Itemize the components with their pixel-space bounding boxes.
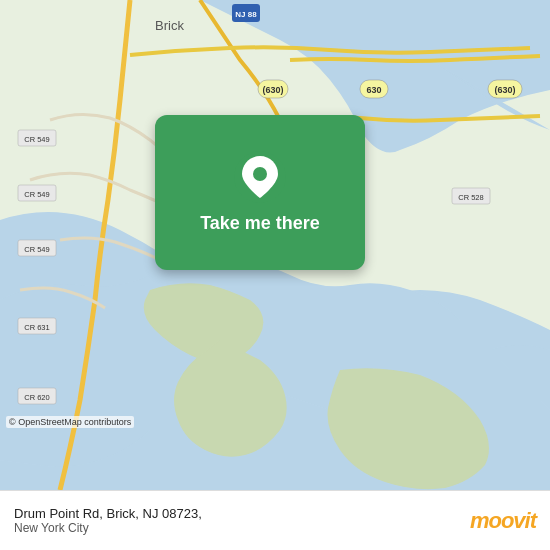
bottom-bar: Drum Point Rd, Brick, NJ 08723, New York…	[0, 490, 550, 550]
osm-attribution: © OpenStreetMap contributors	[6, 416, 134, 428]
svg-point-22	[253, 167, 267, 181]
svg-text:(630): (630)	[262, 85, 283, 95]
svg-text:CR 549: CR 549	[24, 135, 49, 144]
address-line: Drum Point Rd, Brick, NJ 08723,	[14, 506, 202, 521]
moovit-text: moovit	[470, 508, 536, 534]
location-pin-icon	[234, 151, 286, 203]
svg-text:CR 620: CR 620	[24, 393, 49, 402]
card-overlay: Take me there	[155, 115, 365, 270]
take-me-there-button[interactable]: Take me there	[200, 213, 320, 234]
map-container: NJ 88 (630) 630 (630) CR 549 CR 549 CR 5…	[0, 0, 550, 490]
svg-text:(630): (630)	[494, 85, 515, 95]
svg-text:NJ 88: NJ 88	[235, 10, 257, 19]
svg-text:630: 630	[366, 85, 381, 95]
svg-text:CR 631: CR 631	[24, 323, 49, 332]
address-section: Drum Point Rd, Brick, NJ 08723, New York…	[14, 506, 202, 535]
svg-text:CR 549: CR 549	[24, 190, 49, 199]
svg-text:CR 549: CR 549	[24, 245, 49, 254]
svg-text:Brick: Brick	[155, 18, 184, 33]
moovit-logo: moovit	[470, 508, 536, 534]
city-line: New York City	[14, 521, 202, 535]
svg-text:CR 528: CR 528	[458, 193, 483, 202]
